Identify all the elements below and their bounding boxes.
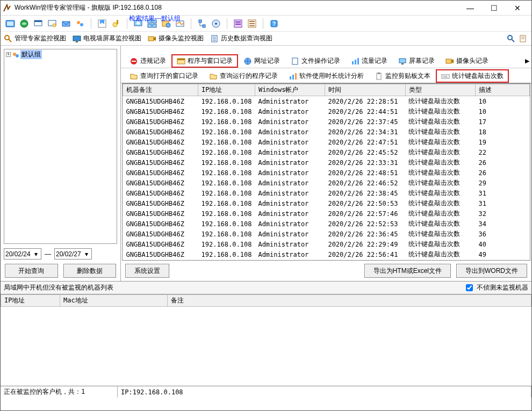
table-row[interactable]: GNGBA15UDGHB46Z192.168.0.108Administrato… <box>123 188 530 198</box>
left-pane: + 默认组 20/02/24▾ — 20/02/27▾ 开始查询 删除数据 <box>1 46 121 281</box>
search-result-label: 检索结果---默认组 <box>129 14 181 23</box>
view-tvmall[interactable]: 电视墙屏幕监控视图 <box>73 34 141 43</box>
tree-view[interactable]: + 默认组 <box>4 49 117 244</box>
toolbar-btn-7[interactable] <box>96 17 109 30</box>
toolbar-btn-17[interactable]: ? <box>268 17 281 30</box>
close-button[interactable]: ✕ <box>506 1 529 15</box>
system-settings-button[interactable]: 系统设置 <box>125 264 169 278</box>
svg-point-10 <box>113 23 117 27</box>
skip-unmonitored-checkbox[interactable]: 不侦测未监视机器 <box>464 283 528 293</box>
table-row[interactable]: GNGBA15UDGHB46Z192.168.0.108Administrato… <box>123 208 530 219</box>
svg-rect-71 <box>444 76 445 76</box>
svg-rect-69 <box>442 75 449 78</box>
subtab-program-records[interactable]: 查询运行的程序记录 <box>204 69 283 83</box>
toolbar-btn-16[interactable] <box>246 17 258 30</box>
table-row[interactable]: GNGBA15UDGHB46Z192.168.0.108Administrato… <box>123 178 530 188</box>
tab-program-window[interactable]: 程序与窗口记录 <box>171 54 238 68</box>
lower-col-ip[interactable]: IP地址 <box>1 295 60 307</box>
table-row[interactable]: GNGBA15UDGHB46Z192.168.0.108Administrato… <box>123 96 530 107</box>
lower-col-note[interactable]: 备注 <box>168 295 531 307</box>
table-row[interactable]: GNGBA15UDGHB46Z192.168.0.108Administrato… <box>123 249 530 259</box>
svg-point-6 <box>53 24 56 27</box>
view-history[interactable]: 历史数据查询视图 <box>210 34 272 43</box>
col-ip[interactable]: IP地址 <box>198 84 255 96</box>
tab-url[interactable]: 网址记录 <box>238 54 285 68</box>
subtab-clipboard[interactable]: 监控剪贴板文本 <box>369 69 436 83</box>
table-row[interactable]: GNGBA15UDGHB46Z192.168.0.108Administrato… <box>123 127 530 137</box>
col-machine[interactable]: 机器备注 <box>123 84 198 96</box>
svg-line-45 <box>512 39 514 42</box>
table-row[interactable]: GNGBA15UDGHB46Z192.168.0.108Administrato… <box>123 137 530 147</box>
tab-scroll-right-icon[interactable]: ▶ <box>525 57 529 64</box>
chart-icon <box>289 72 297 81</box>
export-word-button[interactable]: 导出到WORD文件 <box>456 264 527 278</box>
svg-point-24 <box>215 23 217 25</box>
minimize-button[interactable]: — <box>458 1 482 15</box>
view-expert-monitor[interactable]: 管理专家监控视图 <box>4 34 66 43</box>
col-user[interactable]: Windows帐户 <box>255 84 325 96</box>
start-query-button[interactable]: 开始查询 <box>5 264 58 278</box>
svg-rect-16 <box>148 24 152 27</box>
date-from-input[interactable]: 20/02/24▾ <box>4 248 41 259</box>
tab-screen[interactable]: 屏幕记录 <box>393 54 440 68</box>
doc-icon[interactable] <box>519 34 527 43</box>
col-type[interactable]: 类型 <box>405 84 475 96</box>
maximize-button[interactable]: ☐ <box>482 1 506 15</box>
globe-icon <box>243 57 252 66</box>
col-time[interactable]: 时间 <box>325 84 405 96</box>
tree-root[interactable]: + 默认组 <box>4 49 117 60</box>
table-row[interactable]: GNGBA15UDGHB46Z192.168.0.108Administrato… <box>123 219 530 229</box>
expand-icon[interactable]: + <box>6 52 11 57</box>
toolbar-btn-8[interactable] <box>110 17 123 30</box>
toolbar-btn-13[interactable] <box>196 17 209 30</box>
lower-table-wrap[interactable]: IP地址 Mac地址 备注 <box>1 294 531 386</box>
svg-point-19 <box>166 23 170 27</box>
toolbar-btn-15[interactable] <box>232 17 245 30</box>
lower-section-header: 局域网中开机但没有被监视的机器列表 不侦测未监视机器 <box>1 281 531 294</box>
subtab-keyboard-stats[interactable]: 统计键盘敲击次数 <box>436 69 509 83</box>
table-row[interactable]: GNGBA15UDGHB46Z192.168.0.108Administrato… <box>123 106 530 117</box>
lower-col-mac[interactable]: Mac地址 <box>60 295 168 307</box>
svg-rect-29 <box>249 21 255 22</box>
svg-rect-62 <box>446 59 451 63</box>
tab-camera[interactable]: 摄像头记录 <box>440 54 494 68</box>
svg-rect-54 <box>177 59 185 60</box>
status-ip: IP:192.168.0.108 <box>118 386 531 398</box>
table-row[interactable]: GNGBA15UDGHB46Z192.168.0.108Administrato… <box>123 168 530 178</box>
col-desc[interactable]: 描述 <box>475 84 529 96</box>
checkbox-input[interactable] <box>466 284 473 291</box>
right-pane: 违规记录 程序与窗口记录 网址记录 文件操作记录 流量记录 屏幕记录 <box>121 46 531 281</box>
toolbar-btn-14[interactable] <box>210 17 222 30</box>
view-camera[interactable]: 摄像头监控视图 <box>148 34 204 43</box>
chevron-down-icon[interactable]: ▾ <box>32 250 40 258</box>
table-row[interactable]: GNGBA15UDGHB46Z192.168.0.108Administrato… <box>123 198 530 208</box>
svg-rect-61 <box>401 63 404 64</box>
date-to-input[interactable]: 20/02/27▾ <box>54 248 92 259</box>
tab-traffic[interactable]: 流量记录 <box>346 54 393 68</box>
export-htm-excel-button[interactable]: 导出为HTM或Excel文件 <box>364 264 451 278</box>
toolbar-btn-1[interactable] <box>4 17 17 30</box>
svg-point-49 <box>13 53 16 56</box>
chevron-down-icon[interactable]: ▾ <box>83 250 90 258</box>
toolbar-btn-4[interactable] <box>46 17 59 30</box>
delete-data-button[interactable]: 删除数据 <box>63 264 117 278</box>
table-row[interactable]: GNGBA15UDGHB46Z192.168.0.108Administrato… <box>123 239 530 249</box>
toolbar-btn-6[interactable] <box>74 17 87 30</box>
toolbar-btn-3[interactable] <box>32 17 45 30</box>
tab-violation[interactable]: 违规记录 <box>124 54 171 68</box>
toolbar-btn-2[interactable] <box>18 17 31 30</box>
data-table-wrap[interactable]: 机器备注 IP地址 Windows帐户 时间 类型 描述 GNGBA15UDGH… <box>122 83 530 261</box>
svg-rect-38 <box>148 37 154 41</box>
tab-fileop[interactable]: 文件操作记录 <box>285 54 346 68</box>
table-row[interactable]: GNGBA15UDGHB46Z192.168.0.108Administrato… <box>123 229 530 239</box>
table-row[interactable]: GNGBA15UDGHB46Z192.168.0.108Administrato… <box>123 157 530 168</box>
table-row[interactable]: GNGBA15UDGHB46Z192.168.0.108Administrato… <box>123 147 530 157</box>
svg-point-34 <box>5 35 9 40</box>
subtab-window-records[interactable]: 查询打开的窗口记录 <box>124 69 204 83</box>
toolbar-btn-5[interactable] <box>60 17 73 30</box>
table-row[interactable]: GNGBA15UDGHB46Z192.168.0.108Administrato… <box>123 117 530 127</box>
subtab-software-stats[interactable]: 软件使用时长统计分析 <box>283 69 369 83</box>
search-icon[interactable] <box>507 34 515 43</box>
svg-rect-17 <box>153 24 156 27</box>
bottom-actions: 系统设置 导出为HTM或Excel文件 导出到WORD文件 <box>121 261 531 281</box>
